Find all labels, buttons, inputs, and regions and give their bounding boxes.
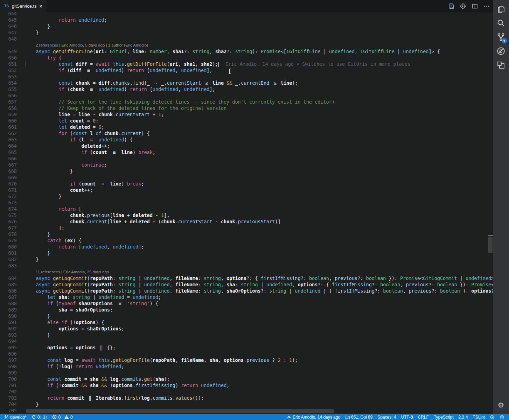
line-number[interactable]: 648 (0, 36, 17, 42)
cursor-position-item[interactable]: Ln 651, Col 69 (343, 414, 375, 420)
line-number[interactable]: 651 (0, 61, 17, 67)
code-line-693[interactable]: 693 } (0, 332, 488, 338)
code-line-665[interactable]: 665 if (count ≡ line) break; (0, 149, 488, 155)
code-line-700[interactable]: 700 const commit = sha && log.commits.ge… (0, 376, 488, 382)
line-number[interactable]: 698 (0, 363, 17, 370)
line-number[interactable]: 650 (0, 55, 17, 61)
code-line-698[interactable]: 698 if (!log) return undefined; (0, 363, 488, 370)
code-line-701[interactable]: 701 if (!commit && sha && !options.first… (0, 382, 488, 388)
source-control-icon[interactable]: 1 (493, 30, 509, 44)
code-line-686[interactable]: 686 async getLogCommit(repoPath: string … (0, 288, 488, 294)
encoding-item[interactable]: UTF-8 (399, 414, 416, 420)
line-number[interactable]: 658 (0, 105, 17, 111)
line-number[interactable]: 693 (0, 332, 17, 338)
line-number[interactable]: 667 (0, 162, 17, 168)
gitlens-icon[interactable] (459, 3, 466, 10)
code-line-683[interactable]: 683 (0, 262, 488, 269)
line-number[interactable]: 692 (0, 326, 17, 332)
line-number[interactable]: 660 (0, 118, 17, 124)
code-line-657[interactable]: 657 // Search for the line (skipping del… (0, 99, 488, 105)
code-line-696[interactable]: 696 (0, 351, 488, 357)
codelens[interactable]: 2 references | Eric Amodio, 5 days ago |… (0, 42, 488, 48)
code-line-652[interactable]: 652 if (diff ≡ undefined) return [undefi… (0, 67, 488, 74)
code-line-688[interactable]: 688 if (typeof shaOrOptions ≡ 'string') … (0, 300, 488, 307)
code-line-681[interactable]: 681 } (0, 250, 488, 256)
line-number[interactable]: 684 (0, 275, 17, 281)
code-line-645[interactable]: 645 return undefined; (0, 17, 488, 23)
line-number[interactable]: 681 (0, 250, 17, 256)
line-number[interactable]: 664 (0, 143, 17, 149)
line-number[interactable]: 683 (0, 262, 17, 269)
code-line-682[interactable]: 682 } (0, 256, 488, 262)
code-line-656[interactable]: 656 (0, 92, 488, 99)
line-number[interactable]: 672 (0, 193, 17, 200)
code-line-675[interactable]: 675 chunk.previous[line + deleted - 1], (0, 212, 488, 218)
close-tab-icon[interactable]: × (40, 4, 42, 9)
feedback-item[interactable] (497, 414, 507, 420)
code-line-667[interactable]: 667 continue; (0, 162, 488, 168)
line-number[interactable]: 663 (0, 136, 17, 143)
vertical-scrollbar-thumb[interactable] (488, 237, 493, 253)
line-number[interactable]: 682 (0, 256, 17, 262)
code-line-655[interactable]: 655 if (chunk ≡ undefined) return [undef… (0, 86, 488, 92)
line-number[interactable]: 662 (0, 130, 17, 136)
code-line-668[interactable]: 668 } (0, 168, 488, 174)
code-line-689[interactable]: 689 sha = shaOrOptions; (0, 307, 488, 313)
line-number[interactable]: 670 (0, 181, 17, 187)
line-number[interactable]: 653 (0, 74, 17, 80)
code-line-672[interactable]: 672 } (0, 193, 488, 200)
line-number[interactable]: 690 (0, 313, 17, 319)
search-icon[interactable] (493, 16, 509, 30)
ts-version-item[interactable]: 2.3.4 (456, 414, 470, 420)
code-line-661[interactable]: 661 let deleted = 0; (0, 124, 488, 130)
line-number[interactable]: 686 (0, 288, 17, 294)
git-branch-item[interactable]: develop* (2, 414, 29, 420)
code-line-653[interactable]: 653 (0, 74, 488, 80)
tslint-status-item[interactable] (487, 414, 497, 420)
code-line-687[interactable]: 687 let sha: string | undefined = undefi… (0, 294, 488, 300)
line-number[interactable]: 666 (0, 155, 17, 162)
more-actions-icon[interactable] (483, 3, 490, 10)
line-number[interactable]: 675 (0, 212, 17, 218)
code-line-670[interactable]: 670 if (count ≡ line) break; (0, 181, 488, 187)
line-number[interactable]: 680 (0, 244, 17, 250)
extensions-icon[interactable] (493, 58, 509, 72)
line-number[interactable]: 694 (0, 338, 17, 344)
code-line-666[interactable]: 666 (0, 155, 488, 162)
code-line-671[interactable]: 671 count++; (0, 187, 488, 193)
debug-icon[interactable] (493, 44, 509, 58)
code-line-690[interactable]: 690 } (0, 313, 488, 319)
line-number[interactable]: 687 (0, 294, 17, 300)
line-number[interactable]: 656 (0, 92, 17, 99)
sync-item[interactable]: 0↓ 1↑ (29, 414, 50, 420)
line-number[interactable]: 655 (0, 86, 17, 92)
split-editor-icon[interactable] (471, 3, 478, 10)
line-number[interactable]: 697 (0, 357, 17, 363)
line-number[interactable]: 671 (0, 187, 17, 193)
code-line-647[interactable]: 647 } (0, 29, 488, 36)
code-line-658[interactable]: 658 // Keep track of the deleted lines f… (0, 105, 488, 111)
problems-item[interactable]: 0 0 (50, 414, 75, 420)
line-number[interactable]: 652 (0, 67, 17, 74)
code-line-654[interactable]: 654 const chunk = diff.chunks.find(_ ⇒ _… (0, 80, 488, 86)
code-line-692[interactable]: 692 options = shaOrOptions; (0, 326, 488, 332)
code-line-702[interactable]: 702 (0, 388, 488, 395)
line-number[interactable]: 699 (0, 370, 17, 376)
tslint-item[interactable]: TSLint (470, 414, 487, 420)
code-line-680[interactable]: 680 return [undefined, undefined]; (0, 244, 488, 250)
tab-gitservice[interactable]: TS gitService.ts × (0, 0, 47, 12)
line-number[interactable]: 688 (0, 300, 17, 307)
code-line-699[interactable]: 699 (0, 370, 488, 376)
line-number[interactable]: 647 (0, 29, 17, 36)
code-line-669[interactable]: 669 (0, 174, 488, 181)
blame-item[interactable]: Eric Amodio, 14 days ago (284, 414, 343, 420)
line-number[interactable]: 679 (0, 237, 17, 244)
line-number[interactable]: 646 (0, 23, 17, 29)
line-number[interactable]: 676 (0, 218, 17, 225)
code-line-644[interactable]: 644 (0, 12, 488, 17)
line-number[interactable]: 659 (0, 111, 17, 118)
code-line-649[interactable]: 649 async getDiffForLine(uri: GitUri, li… (0, 48, 488, 55)
line-number[interactable]: 665 (0, 149, 17, 155)
code-line-703[interactable]: 703 return commit ‖ Iterables.first(log.… (0, 395, 488, 401)
code-line-695[interactable]: 695 options = options ‖ {}; (0, 344, 488, 351)
